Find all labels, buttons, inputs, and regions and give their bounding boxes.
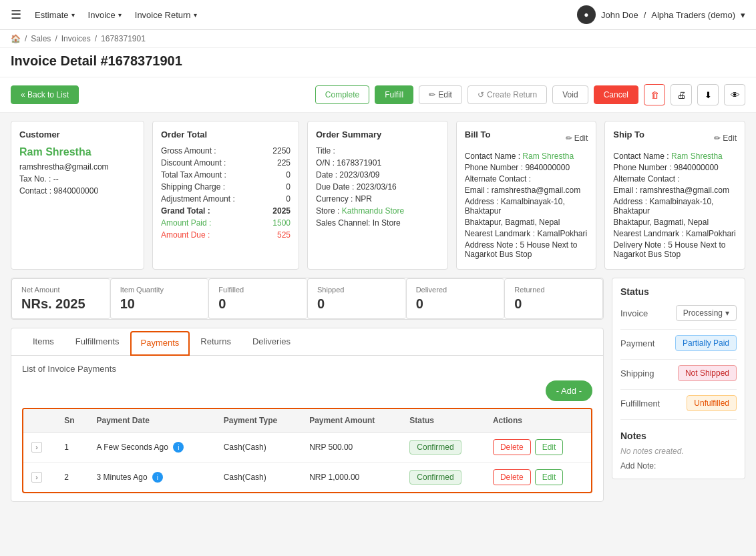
customer-tax: Tax No. : --: [19, 174, 136, 184]
main-panel: Items Fulfillments Payments Returns Deli…: [11, 328, 604, 502]
download-icon-button[interactable]: ⬇: [697, 84, 719, 105]
action-btns-2: Delete Edit: [493, 469, 583, 485]
expand-icon-2[interactable]: ›: [31, 472, 42, 483]
print-icon-button[interactable]: 🖨: [671, 84, 692, 105]
delivered-value: 0: [416, 296, 495, 312]
return-icon: ↺: [478, 90, 484, 99]
adjustment-row: Adjustment Amount :0: [161, 194, 291, 204]
payments-table-wrapper: Sn Payment Date Payment Type Payment Amo…: [22, 408, 592, 493]
net-amount-stat: Net Amount NRs. 2025: [11, 278, 110, 319]
home-icon[interactable]: 🏠: [11, 34, 21, 43]
info-icon-2[interactable]: i: [152, 472, 163, 483]
back-to-list-button[interactable]: « Back to List: [11, 85, 79, 104]
divider-3: [620, 389, 737, 390]
ship-to-edit-button[interactable]: ✏ Edit: [714, 133, 737, 143]
actions-cell-1: Delete Edit: [485, 433, 591, 463]
tab-items[interactable]: Items: [22, 328, 65, 356]
breadcrumb-invoices[interactable]: Invoices: [61, 34, 91, 43]
tab-fulfillments[interactable]: Fulfillments: [65, 328, 130, 356]
delete-payment-2-button[interactable]: Delete: [493, 469, 531, 485]
lower-grid: Net Amount NRs. 2025 Item Quantity 10 Fu…: [11, 278, 745, 502]
date-cell-2: 3 Minutes Ago i: [89, 463, 216, 493]
action-bar: « Back to List Complete Fulfill ✏ Edit ↺…: [0, 77, 756, 113]
shipping-status-label: Shipping: [620, 368, 654, 378]
invoice-status-badge[interactable]: Processing ▾: [676, 305, 737, 321]
net-amount-label: Net Amount: [21, 286, 100, 294]
divider-2: [620, 359, 737, 360]
table-row: › 1 A Few Seconds Ago i Cash(Cash) NRP 5…: [23, 433, 591, 463]
breadcrumb-sep-1: /: [25, 34, 27, 43]
page-title: Invoice Detail #1678371901: [11, 53, 745, 69]
add-btn-row: - Add -: [22, 380, 592, 401]
add-payment-button[interactable]: - Add -: [546, 380, 592, 401]
notes-header: Notes: [620, 431, 737, 441]
edit-payment-2-button[interactable]: Edit: [535, 469, 564, 485]
create-return-button[interactable]: ↺ Create Return: [467, 85, 547, 104]
void-button[interactable]: Void: [552, 85, 588, 104]
hamburger-icon[interactable]: ☰: [11, 7, 21, 22]
processing-chevron-icon: ▾: [725, 308, 729, 318]
bill-to-edit-button[interactable]: ✏ Edit: [566, 133, 588, 143]
discount-row: Discount Amount :225: [161, 158, 291, 168]
shipping-status-badge: Not Shipped: [678, 365, 737, 381]
delete-icon-button[interactable]: 🗑: [644, 84, 665, 105]
divider-4: [620, 419, 737, 420]
status-panel: Status Invoice Processing ▾ Payment Part…: [612, 278, 745, 479]
stats-row: Net Amount NRs. 2025 Item Quantity 10 Fu…: [11, 278, 604, 320]
page-title-area: Invoice Detail #1678371901: [0, 48, 756, 77]
amount-cell-2: NRP 1,000.00: [301, 463, 401, 493]
nav-invoice[interactable]: Invoice ▾: [88, 10, 122, 20]
edit-payment-1-button[interactable]: Edit: [535, 439, 564, 455]
col-status: Status: [401, 409, 485, 433]
order-summary-card: Order Summary Title : O/N : 1678371901 D…: [307, 121, 448, 270]
customer-name[interactable]: Ram Shrestha: [19, 146, 136, 158]
actions-cell-2: Delete Edit: [485, 463, 591, 493]
payment-status-badge: Partially Paid: [675, 335, 737, 351]
payments-section-title: List of Invoice Payments: [22, 364, 592, 374]
net-amount-value: NRs. 2025: [21, 296, 100, 312]
fulfilled-stat: Fulfilled 0: [208, 278, 307, 319]
breadcrumb-invoice-id: 1678371901: [101, 34, 146, 43]
fulfilled-label: Fulfilled: [218, 286, 297, 294]
col-payment-type: Payment Type: [216, 409, 301, 433]
col-payment-amount: Payment Amount: [301, 409, 401, 433]
left-panel: Net Amount NRs. 2025 Item Quantity 10 Fu…: [11, 278, 604, 502]
fulfill-button[interactable]: Fulfill: [375, 85, 413, 104]
tabs: Items Fulfillments Payments Returns Deli…: [11, 328, 603, 356]
breadcrumb-sep-2: /: [55, 34, 57, 43]
status-cell-2: Confirmed: [401, 463, 485, 493]
shipped-stat: Shipped 0: [307, 278, 406, 319]
ship-to-card: Ship To ✏ Edit Contact Name : Ram Shrest…: [604, 121, 745, 270]
cancel-button[interactable]: Cancel: [594, 85, 638, 104]
sn-cell-1: 1: [56, 433, 88, 463]
avatar: ●: [577, 5, 596, 24]
delete-payment-1-button[interactable]: Delete: [493, 439, 531, 455]
expand-cell-1[interactable]: ›: [23, 433, 56, 463]
amount-due-row: Amount Due :525: [161, 230, 291, 240]
right-panel: Status Invoice Processing ▾ Payment Part…: [612, 278, 745, 502]
expand-icon-1[interactable]: ›: [31, 442, 42, 453]
complete-button[interactable]: Complete: [315, 85, 369, 104]
amount-paid-row: Amount Paid :1500: [161, 218, 291, 228]
info-icon-1[interactable]: i: [173, 442, 184, 453]
user-menu[interactable]: ● John Doe / Alpha Traders (demo) ▾: [577, 5, 745, 24]
edit-button[interactable]: ✏ Edit: [419, 85, 462, 104]
nav-estimate[interactable]: Estimate ▾: [35, 10, 75, 20]
expand-cell-2[interactable]: ›: [23, 463, 56, 493]
nav-invoice-return[interactable]: Invoice Return ▾: [135, 10, 197, 20]
shipping-status-row: Shipping Not Shipped: [620, 365, 737, 381]
view-icon-button[interactable]: 👁: [724, 84, 745, 105]
user-company-name: Alpha Traders (demo): [651, 10, 735, 20]
notes-empty-text: No notes created.: [620, 447, 737, 456]
fulfilled-value: 0: [218, 296, 297, 312]
table-row: › 2 3 Minutes Ago i Cash(Cash) NRP 1,000…: [23, 463, 591, 493]
tab-deliveries[interactable]: Deliveries: [242, 328, 301, 356]
grand-total-row: Grand Total :2025: [161, 206, 291, 216]
breadcrumb-sales[interactable]: Sales: [31, 34, 51, 43]
tab-returns[interactable]: Returns: [190, 328, 242, 356]
amount-cell-1: NRP 500.00: [301, 433, 401, 463]
payments-table: Sn Payment Date Payment Type Payment Amo…: [23, 409, 591, 492]
delivered-label: Delivered: [416, 286, 495, 294]
invoice-chevron-icon: ▾: [118, 11, 122, 19]
tab-payments[interactable]: Payments: [130, 331, 190, 356]
